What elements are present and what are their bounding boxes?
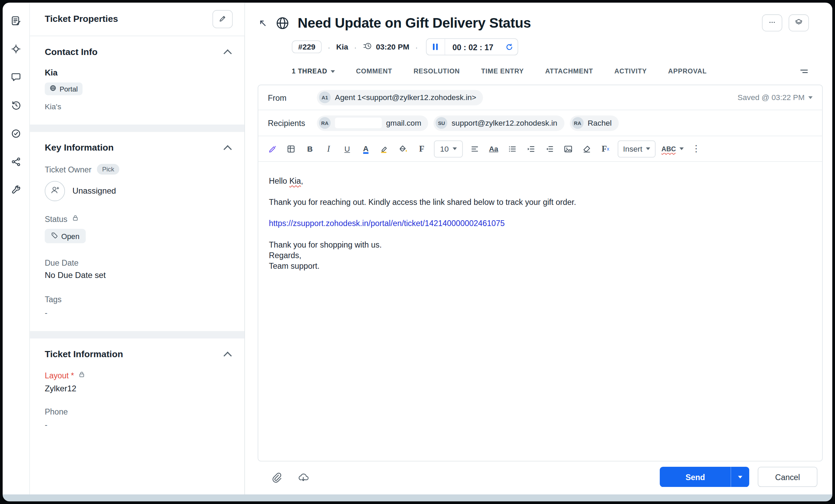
contact-info-card: Contact Info Kia Portal Kia's [30,36,244,125]
layout-label: Layout * [45,371,74,380]
ticket-subject: Need Update on Gift Delivery Status [298,15,754,31]
tab-time-entry[interactable]: TIME ENTRY [481,68,524,75]
globe-mini-icon [50,85,56,93]
chevron-up-icon[interactable] [223,351,232,360]
pick-badge[interactable]: Pick [97,164,120,174]
layers-button[interactable] [789,14,809,31]
cloud-attach-icon[interactable] [298,471,309,482]
toolbar-more-icon[interactable]: ⋮ [687,141,705,157]
text-case-button[interactable]: Aa [484,141,503,157]
misspelled-word: Kia [289,176,301,185]
insert-menu-button[interactable]: Insert [618,140,656,157]
editor-footer: Send Cancel [258,461,823,494]
from-label: From [268,93,317,102]
key-information-title: Key Information [45,143,114,153]
approvals-icon[interactable] [6,124,26,143]
scan-target-icon[interactable] [6,39,26,58]
send-options-button[interactable] [730,467,749,487]
spell-check-button[interactable]: ABC [659,141,686,157]
bold-button[interactable]: B [301,141,319,157]
tab-thread[interactable]: 1 THREAD [292,68,334,75]
tab-comment[interactable]: COMMENT [356,68,392,75]
ticket-owner-label: Ticket Owner [45,165,92,173]
pause-timer-button[interactable] [426,39,445,55]
ticket-properties-icon[interactable] [6,11,26,30]
body-link-line: https://zsupport.zohodesk.in/portal/en/t… [269,218,811,229]
outdent-icon[interactable] [540,141,559,157]
recipient-chip[interactable]: RA gmail.com [317,115,428,130]
insert-image-icon[interactable] [559,141,577,157]
collapse-icon[interactable] [258,18,267,28]
closing-line: Regards, [269,250,811,261]
more-actions-button[interactable] [762,14,782,31]
tracking-link[interactable]: https://zsupport.zohodesk.in/portal/en/t… [269,219,505,228]
thread-layout-icon[interactable] [799,66,809,76]
tab-activity[interactable]: ACTIVITY [614,68,647,75]
align-left-icon[interactable] [466,141,484,157]
chat-icon[interactable] [6,68,26,87]
portal-badge: Portal [45,83,83,95]
edit-properties-button[interactable] [213,10,233,28]
cancel-button[interactable]: Cancel [758,467,818,487]
tags-value[interactable]: - [45,308,231,317]
tools-icon[interactable] [6,180,26,199]
chevron-down-icon [452,148,456,150]
insert-table-icon[interactable] [282,141,300,157]
ai-assist-icon[interactable] [264,141,282,157]
tag-icon [51,232,58,240]
status-label: Status [45,214,67,223]
font-color-button[interactable]: A [357,141,375,157]
italic-button[interactable]: I [319,141,338,157]
clock-icon [362,41,373,53]
due-date-value[interactable]: No Due Date set [45,270,231,280]
status-badge[interactable]: Open [45,229,86,243]
highlighter-icon[interactable] [375,141,394,157]
window-bottom-strip [3,494,832,501]
saved-status[interactable]: Saved @ 03:22 PM [738,93,813,102]
recipient-chip[interactable]: SU support@zylker12.zohodesk.in [434,115,564,130]
phone-value[interactable]: - [45,420,231,429]
attachment-icon[interactable] [271,471,282,482]
underline-button[interactable]: U [338,141,356,157]
recipients-label: Recipients [268,118,317,127]
tab-approval[interactable]: APPROVAL [668,68,707,75]
dot-separator: · [415,42,418,51]
key-information-card: Key Information Ticket Owner Pick Unassi… [30,132,244,331]
font-family-button[interactable]: F [413,141,431,157]
refresh-timer-icon[interactable] [501,39,518,55]
contact-name[interactable]: Kia [45,68,231,78]
tab-attachment[interactable]: ATTACHMENT [545,68,593,75]
tab-resolution[interactable]: RESOLUTION [413,68,460,75]
send-button[interactable]: Send [660,467,731,487]
clear-format-icon[interactable] [578,141,596,157]
redacted-email-segment [335,117,382,128]
indent-icon[interactable] [522,141,540,157]
ticket-id-chip[interactable]: #229 [292,40,322,53]
layers-icon [794,18,803,28]
lock-icon [78,370,85,380]
fill-color-icon[interactable] [394,141,412,157]
merge-field-button[interactable]: Fx [597,141,615,157]
bullet-list-icon[interactable] [503,141,521,157]
layout-value[interactable]: Zylker12 [45,384,231,393]
closing-line: Team support. [269,261,811,271]
history-icon[interactable] [6,96,26,115]
from-address-chip[interactable]: A1 Agent 1<support@zylker12.zohodesk.in> [317,90,483,105]
ticket-owner-value[interactable]: Unassigned [72,186,116,196]
lock-icon [72,214,79,224]
email-body-editor[interactable]: Hello Kia, Thank you for reaching out. K… [258,162,822,461]
share-icon[interactable] [6,152,26,171]
timer-widget: 00 : 02 : 17 [426,38,518,55]
unassigned-avatar[interactable] [45,181,65,201]
font-size-select[interactable]: 10 [434,140,463,157]
ticket-information-card: Ticket Information Layout * Zylker12 Pho… [30,338,244,494]
chevron-up-icon[interactable] [223,145,232,153]
person-add-icon [50,185,60,197]
contact-name-link[interactable]: Kia [336,43,348,51]
formatting-toolbar: B I U A F 10 Aa [258,136,822,162]
from-avatar: A1 [319,92,331,103]
chevron-up-icon[interactable] [223,49,232,57]
ellipsis-icon [768,18,777,28]
recipient-chip[interactable]: RA Rachel [570,115,619,130]
phone-label: Phone [45,407,231,416]
